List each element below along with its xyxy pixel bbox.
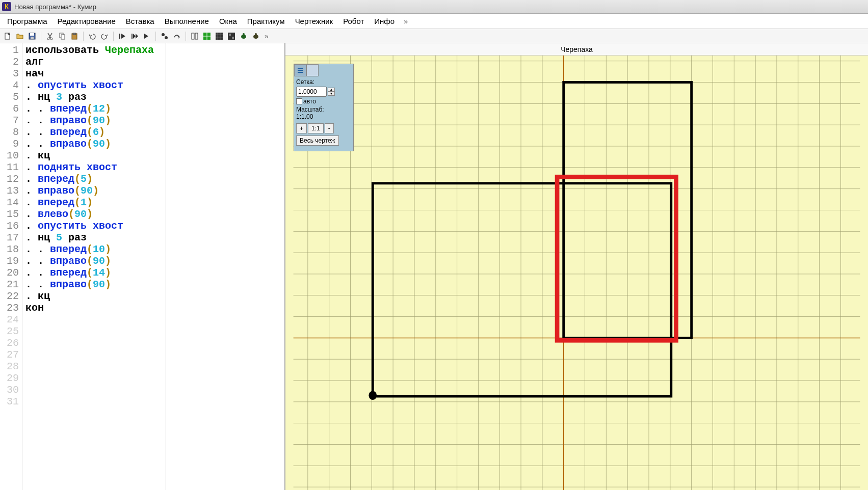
svg-point-13: [165, 36, 168, 39]
grid-pattern-icon[interactable]: [226, 31, 237, 42]
menu-вставка[interactable]: Вставка: [121, 15, 160, 28]
auto-checkbox[interactable]: [296, 98, 302, 104]
open-file-icon[interactable]: [14, 31, 25, 42]
svg-point-21: [241, 35, 246, 39]
menu-редактирование[interactable]: Редактирование: [52, 15, 121, 28]
toolbar-separator: [41, 32, 41, 41]
toolbar-overflow[interactable]: »: [262, 32, 271, 40]
toolbar-separator: [113, 32, 114, 41]
menu-чертежник[interactable]: Чертежник: [290, 15, 338, 28]
editor-pane: 1234567891011121314151617181920212223242…: [0, 43, 285, 490]
scale-label: Масштаб:: [296, 106, 351, 113]
zoom-out-button[interactable]: -: [325, 123, 334, 133]
new-file-icon[interactable]: [2, 31, 13, 42]
cut-icon[interactable]: [44, 31, 56, 42]
menu-overflow[interactable]: »: [400, 17, 412, 25]
layout-icon[interactable]: [189, 31, 200, 42]
code-editor[interactable]: использовать Черепахаалгнач. опустить хв…: [22, 43, 166, 490]
toolbar-separator: [155, 32, 156, 41]
svg-rect-17: [216, 33, 223, 40]
toolbar-separator: [186, 32, 186, 41]
toolbar: »: [0, 29, 868, 43]
titlebar: К Новая программа* - Кумир: [0, 0, 868, 14]
grid-label: Сетка:: [296, 78, 351, 86]
grid-green-icon[interactable]: [201, 31, 213, 42]
grid-spinner[interactable]: ▲▼: [328, 88, 335, 96]
redo-icon[interactable]: [99, 31, 110, 42]
svg-point-4: [47, 38, 49, 40]
menu-практикум[interactable]: Практикум: [242, 15, 290, 28]
svg-rect-74: [557, 177, 676, 340]
grid-value-input[interactable]: [296, 87, 327, 97]
fit-button[interactable]: Весь чертеж: [296, 135, 339, 146]
menubar: ПрограммаРедактированиеВставкаВыполнение…: [0, 14, 868, 29]
app-logo: К: [2, 2, 11, 11]
window-title: Новая программа* - Кумир: [14, 3, 96, 11]
panel-blank-button[interactable]: [306, 64, 319, 76]
grid-dark-icon[interactable]: [214, 31, 225, 42]
toolbar-separator: [83, 32, 84, 41]
hamburger-icon[interactable]: [294, 64, 306, 76]
turtle-title: Черепаха: [285, 43, 868, 56]
auto-label: авто: [303, 98, 316, 105]
svg-rect-10: [119, 34, 120, 39]
svg-point-24: [255, 33, 257, 35]
main-area: 1234567891011121314151617181920212223242…: [0, 43, 868, 490]
zoom-in-button[interactable]: +: [296, 123, 307, 133]
paste-icon[interactable]: [69, 31, 80, 42]
svg-rect-11: [131, 34, 133, 39]
turtle-pane: Черепаха Сетка: ▲▼ авто: [285, 43, 868, 490]
menu-инфо[interactable]: Инфо: [369, 15, 400, 28]
svg-rect-20: [232, 37, 234, 39]
menu-выполнение[interactable]: Выполнение: [160, 15, 214, 28]
svg-rect-14: [192, 33, 194, 39]
turtle2-icon[interactable]: [250, 31, 261, 42]
svg-point-5: [50, 38, 52, 40]
undo-icon[interactable]: [87, 31, 98, 42]
step-over-icon[interactable]: [171, 31, 182, 42]
line-gutter: 1234567891011121314151617181920212223242…: [0, 43, 22, 490]
menu-окна[interactable]: Окна: [214, 15, 242, 28]
zoom-reset-button[interactable]: 1:1: [308, 123, 324, 133]
svg-point-23: [253, 35, 258, 39]
save-file-icon[interactable]: [27, 31, 38, 42]
menu-робот[interactable]: Робот: [338, 15, 369, 28]
step-icon[interactable]: [129, 31, 140, 42]
svg-rect-3: [31, 37, 34, 39]
svg-point-75: [369, 391, 377, 400]
menu-программа[interactable]: Программа: [2, 15, 52, 28]
svg-point-12: [162, 33, 165, 36]
run-fast-icon[interactable]: [141, 31, 152, 42]
svg-rect-7: [61, 35, 65, 39]
svg-point-22: [243, 33, 245, 35]
breakpoint-icon[interactable]: [159, 31, 170, 42]
turtle-icon[interactable]: [238, 31, 249, 42]
svg-rect-15: [195, 33, 198, 39]
run-icon[interactable]: [117, 31, 128, 42]
turtle-controls: Сетка: ▲▼ авто Масштаб: 1:1.00 + 1:1 -: [294, 64, 354, 151]
svg-rect-2: [30, 33, 34, 36]
copy-icon[interactable]: [57, 31, 68, 42]
scale-value: 1:1.00: [296, 113, 351, 120]
turtle-canvas[interactable]: Сетка: ▲▼ авто Масштаб: 1:1.00 + 1:1 -: [285, 56, 868, 490]
editor-margin: [166, 43, 283, 490]
svg-rect-19: [229, 34, 231, 36]
svg-rect-9: [73, 33, 76, 35]
